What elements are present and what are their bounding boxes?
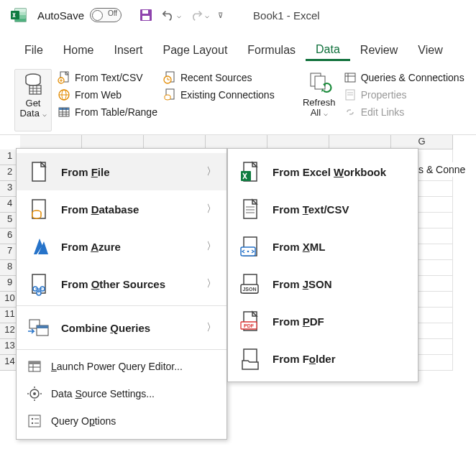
menu-label: From File	[61, 166, 110, 178]
menu-from-text-csv[interactable]: From Text/CSV	[228, 190, 418, 228]
recent-sources-button[interactable]: Recent Sources	[163, 70, 275, 85]
menu-launch-power-query[interactable]: Launch Power Query Editor...	[17, 353, 226, 380]
menu-from-azure[interactable]: From Azure 〉	[17, 228, 226, 265]
links-icon	[344, 106, 357, 119]
chevron-down-icon: ⊽	[218, 11, 223, 19]
tab-file[interactable]: File	[14, 41, 53, 60]
menu-from-folder[interactable]: From Folder	[228, 340, 418, 377]
autosave-control[interactable]: AutoSave Off	[37, 8, 122, 22]
svg-rect-49	[37, 325, 48, 328]
menu-label: From JSON	[273, 278, 332, 290]
menu-query-options[interactable]: Query Options	[17, 407, 226, 435]
other-sources-icon	[27, 272, 51, 296]
col-header[interactable]	[82, 135, 144, 149]
autosave-toggle[interactable]: Off	[90, 8, 122, 22]
qat-customize[interactable]: ⊽	[218, 11, 223, 19]
autosave-label: AutoSave	[37, 9, 84, 22]
svg-rect-8	[142, 16, 150, 20]
menu-from-other-sources[interactable]: From Other Sources 〉	[17, 265, 226, 302]
col-header-g[interactable]: G	[391, 135, 453, 149]
refresh-all-button[interactable]: RefreshAll ⌵	[301, 69, 338, 131]
col-header[interactable]	[267, 135, 329, 149]
combine-icon	[27, 315, 51, 340]
tab-home[interactable]: Home	[53, 41, 104, 60]
menu-label: From XML	[273, 241, 325, 253]
menu-label: From Folder	[273, 353, 336, 365]
menu-data-source-settings[interactable]: Data Source Settings...	[17, 380, 226, 407]
svg-point-57	[32, 418, 33, 420]
menu-label: From Excel Workbook	[273, 166, 386, 178]
table-icon	[58, 106, 70, 119]
svg-rect-10	[29, 85, 41, 94]
from-text-csv-button[interactable]: From Text/CSV	[58, 70, 157, 85]
tab-review[interactable]: Review	[350, 41, 408, 60]
col-header[interactable]	[329, 135, 391, 149]
chevron-right-icon: 〉	[206, 321, 216, 334]
svg-rect-56	[29, 415, 40, 427]
refresh-icon	[306, 70, 332, 96]
web-icon	[58, 88, 70, 101]
menu-from-file[interactable]: From File 〉	[17, 153, 226, 190]
menu-label: From Other Sources	[61, 278, 165, 290]
title-bar: AutoSave Off ⌵ ⌵ ⊽ Book1 - Excel	[0, 0, 476, 30]
queries-connections-button[interactable]: Queries & Connections	[344, 70, 464, 85]
excel-logo-icon	[10, 6, 27, 24]
save-button[interactable]	[139, 8, 153, 22]
from-web-button[interactable]: From Web	[58, 88, 157, 102]
col-header[interactable]	[20, 135, 82, 149]
menu-label: Combine Queries	[61, 322, 150, 334]
redo-icon	[190, 9, 203, 22]
quick-access-toolbar: ⌵ ⌵ ⊽	[139, 8, 223, 22]
menu-label: Query Options	[51, 415, 116, 427]
menu-label: From Text/CSV	[273, 203, 349, 216]
menu-from-database[interactable]: From Database 〉	[17, 190, 226, 228]
chevron-right-icon: 〉	[206, 277, 216, 290]
azure-icon	[27, 234, 51, 259]
svg-rect-32	[345, 73, 355, 82]
properties-icon	[344, 88, 357, 101]
tab-insert[interactable]: Insert	[104, 41, 152, 60]
menu-from-xml[interactable]: From XML	[228, 228, 418, 265]
get-data-menu: From File 〉 From Database 〉 From Azure 〉…	[16, 148, 227, 440]
column-headers: G	[20, 135, 476, 149]
text-csv-icon	[58, 71, 70, 84]
redo-button[interactable]: ⌵	[190, 9, 209, 22]
file-icon	[27, 159, 51, 184]
menu-label: Launch Power Query Editor...	[51, 361, 183, 372]
svg-point-55	[33, 392, 36, 395]
menu-label: From Database	[61, 203, 139, 216]
get-data-icon	[20, 71, 46, 97]
menu-combine-queries[interactable]: Combine Queries 〉	[17, 309, 226, 346]
undo-button[interactable]: ⌵	[162, 9, 181, 22]
ribbon-tabs: File Home Insert Page Layout Formulas Da…	[0, 39, 476, 62]
menu-from-excel-workbook[interactable]: From Excel Workbook	[228, 153, 418, 190]
tab-view[interactable]: View	[408, 41, 452, 60]
group-get-transform: GetData ⌵ From Text/CSV From Web From Ta…	[14, 69, 286, 131]
tab-data[interactable]: Data	[306, 40, 350, 61]
options-icon	[27, 413, 42, 429]
group-queries-connections: RefreshAll ⌵ Queries & Connections Prope…	[301, 69, 476, 131]
col-header[interactable]	[206, 135, 267, 149]
queries-pane-label-fragment: s & Conne	[418, 162, 465, 177]
xml-file-icon	[238, 234, 262, 259]
tab-formulas[interactable]: Formulas	[237, 41, 306, 60]
col-header[interactable]	[144, 135, 206, 149]
menu-label: From Azure	[61, 241, 121, 253]
menu-from-json[interactable]: JSON From JSON	[228, 265, 418, 302]
pdf-file-icon: PDF	[238, 309, 262, 333]
from-file-submenu: From Excel Workbook From Text/CSV From X…	[227, 148, 418, 382]
existing-connections-button[interactable]: Existing Connections	[163, 88, 275, 102]
svg-rect-51	[29, 361, 40, 364]
queries-icon	[344, 71, 357, 84]
chevron-down-icon: ⌵	[205, 11, 209, 19]
from-table-range-button[interactable]: From Table/Range	[58, 105, 157, 119]
svg-rect-21	[59, 108, 69, 110]
svg-rect-5	[11, 11, 19, 19]
properties-button: Properties	[344, 88, 464, 102]
svg-rect-31	[315, 76, 325, 89]
menu-from-pdf[interactable]: PDF From PDF	[228, 302, 418, 340]
get-data-button[interactable]: GetData ⌵	[14, 69, 52, 131]
chevron-right-icon: 〉	[206, 165, 216, 178]
svg-point-69	[247, 251, 250, 253]
tab-page-layout[interactable]: Page Layout	[152, 41, 237, 60]
